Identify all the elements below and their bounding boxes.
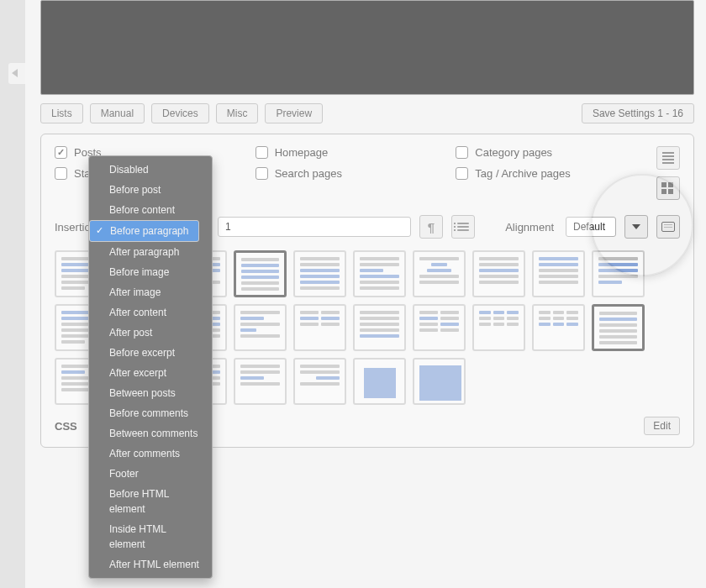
chk-homepage[interactable]: Homepage — [256, 146, 440, 159]
layout-thumb[interactable] — [293, 304, 346, 351]
dd-after-html[interactable]: After HTML element — [89, 554, 212, 575]
dd-after-content[interactable]: After content — [89, 302, 212, 323]
tab-preview[interactable]: Preview — [265, 103, 323, 123]
keyboard-button[interactable] — [656, 215, 680, 239]
layout-thumb[interactable] — [413, 358, 466, 405]
chevron-down-icon — [632, 224, 640, 229]
settings-tabbar: Lists Manual Devices Misc Preview Save S… — [40, 103, 694, 123]
layout-thumb[interactable] — [472, 250, 525, 297]
dd-after-comments[interactable]: After comments — [89, 444, 212, 464]
pilcrow-button[interactable]: ¶ — [419, 215, 443, 239]
dd-before-paragraph[interactable]: Before paragraph — [89, 220, 199, 242]
dd-before-html[interactable]: Before HTML element — [89, 484, 212, 519]
chk-category[interactable]: Category pages — [456, 146, 640, 159]
insertion-number-input[interactable] — [218, 217, 411, 237]
list-indent-button[interactable] — [451, 215, 475, 239]
chk-homepage-label: Homepage — [275, 146, 329, 159]
layout-thumb[interactable] — [353, 250, 406, 297]
css-label: CSS — [55, 420, 77, 433]
layout-thumb[interactable] — [472, 304, 525, 351]
tab-devices[interactable]: Devices — [151, 103, 209, 123]
dd-before-excerpt[interactable]: Before excerpt — [89, 343, 212, 363]
layout-thumb[interactable] — [353, 358, 406, 405]
dd-before-image[interactable]: Before image — [89, 262, 212, 282]
dd-after-post[interactable]: After post — [89, 323, 212, 343]
alignment-dropdown-button[interactable] — [624, 215, 648, 239]
dd-between-posts[interactable]: Between posts — [89, 383, 212, 403]
layout-thumb[interactable] — [353, 304, 406, 351]
left-gutter — [0, 0, 25, 588]
dd-before-content[interactable]: Before content — [89, 200, 212, 220]
alignment-label: Alignment — [505, 221, 554, 234]
list-icon — [457, 223, 469, 231]
layout-thumb[interactable] — [532, 304, 585, 351]
grid-view-button[interactable] — [656, 176, 680, 200]
chk-search-label: Search pages — [275, 167, 342, 180]
layout-thumb[interactable] — [592, 304, 645, 351]
tab-misc[interactable]: Misc — [216, 103, 259, 123]
save-settings-button[interactable]: Save Settings 1 - 16 — [582, 103, 694, 123]
pilcrow-icon: ¶ — [428, 220, 435, 234]
layout-thumb[interactable] — [293, 250, 346, 297]
grid-icon — [661, 182, 675, 194]
chk-tag[interactable]: Tag / Archive pages — [456, 167, 640, 180]
chk-tag-label: Tag / Archive pages — [475, 167, 570, 180]
layout-thumb[interactable] — [293, 358, 346, 405]
chk-category-label: Category pages — [475, 146, 552, 159]
layout-thumb[interactable] — [592, 250, 645, 297]
layout-thumb[interactable] — [413, 304, 466, 351]
list-view-button[interactable] — [656, 146, 680, 170]
dd-after-image[interactable]: After image — [89, 282, 212, 302]
hamburger-icon — [662, 152, 674, 164]
keyboard-icon — [661, 222, 675, 232]
tab-lists[interactable]: Lists — [40, 103, 83, 123]
gutter-collapse-tab[interactable] — [8, 63, 25, 84]
alignment-select[interactable]: Default — [566, 217, 616, 237]
layout-thumb[interactable] — [413, 250, 466, 297]
code-editor-area[interactable] — [40, 0, 694, 95]
dd-between-comments[interactable]: Between comments — [89, 423, 212, 444]
dd-disabled[interactable]: Disabled — [89, 160, 212, 180]
css-edit-button[interactable]: Edit — [644, 417, 680, 435]
insertion-dropdown-menu: Disabled Before post Before content Befo… — [88, 155, 213, 579]
dd-after-paragraph[interactable]: After paragraph — [89, 242, 212, 262]
dd-after-excerpt[interactable]: After excerpt — [89, 363, 212, 383]
dd-footer[interactable]: Footer — [89, 464, 212, 484]
dd-before-post[interactable]: Before post — [89, 180, 212, 200]
dd-inside-html[interactable]: Inside HTML element — [89, 519, 212, 554]
layout-thumb[interactable] — [532, 250, 585, 297]
tab-manual[interactable]: Manual — [90, 103, 145, 123]
layout-thumb[interactable] — [234, 304, 287, 351]
layout-thumb[interactable] — [234, 358, 287, 405]
chk-search[interactable]: Search pages — [256, 167, 440, 180]
layout-thumb-selected[interactable] — [234, 250, 287, 297]
dd-before-comments[interactable]: Before comments — [89, 403, 212, 423]
